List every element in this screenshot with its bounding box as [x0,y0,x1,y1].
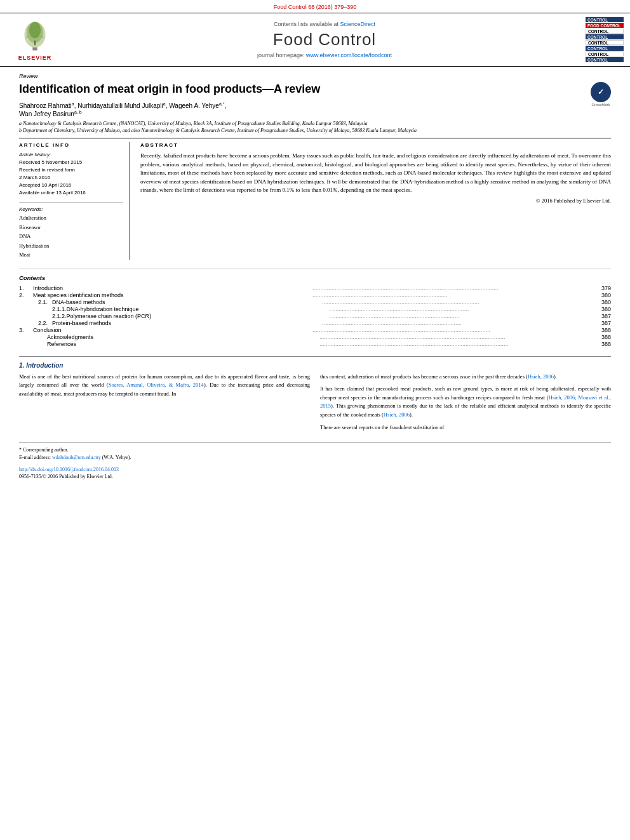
toc-label-3: Conclusion [33,327,311,333]
toc-item-1: 1. Introduction ........................… [19,285,611,291]
crossmark-text: CrossMark [591,103,611,107]
toc-label-212: Polymerase chain reaction (PCR) [67,313,328,319]
toc-item-ref: References .............................… [19,341,611,347]
ref-hsieh3[interactable]: Hsieh, 2006 [384,411,410,418]
toc-num-2: 2. [19,292,33,298]
svg-text:✓: ✓ [598,88,604,97]
toc-item-211: 2.1.1. DNA-hybridization technique .....… [19,306,611,312]
revised-date: 2 March 2016 [19,174,123,182]
toc-dots-22: ........................................… [322,320,590,326]
toc-num-211: 2.1.1. [52,306,67,312]
keyword-dna: DNA [19,232,123,241]
intro-right-para3: There are several reports on the fraudul… [320,423,611,432]
toc-item-21: 2.1. DNA-based methods .................… [19,299,611,305]
toc-dots-ref: ........................................… [319,341,590,347]
copyright-line: © 2016 Published by Elsevier Ltd. [140,197,611,204]
bottom-links: http://dx.doi.org/10.1016/j.foodcont.201… [19,467,611,479]
contents-section: Contents 1. Introduction ...............… [19,269,611,347]
toc-item-ack: Acknowledgments ........................… [19,334,611,340]
stripe-6: CONTROL [586,46,624,51]
toc-dots-21: ........................................… [322,299,590,305]
svg-point-3 [29,22,41,39]
author-wageeh: Wageeh A. Yehye [169,103,219,110]
email-link[interactable]: wdabdouh@um.edu.my [52,455,101,460]
sciencedirect-link[interactable]: ScienceDirect [340,21,376,27]
author-shahrooz: Shahrooz Rahmati [19,103,72,110]
corresponding-note: * Corresponding author. [19,446,611,454]
toc-num-22: 2.2. [38,320,52,326]
ref-soares[interactable]: Soares, Amaral, Oliveira, & Mafra, 2014 [109,382,204,388]
ref-hsieh2[interactable]: Hsieh, 2006; Mousavi et al., 2015 [320,394,611,410]
toc-label-2: Meat species identification methods [33,292,311,298]
toc-item-3: 3. Conclusion ..........................… [19,327,611,333]
keyword-biosensor: Biosensor [19,223,123,232]
toc-dots-211: ........................................… [329,306,590,312]
toc-num-21: 2.1. [38,299,52,305]
issn-text: 0956-7135/© 2016 Published by Elsevier L… [19,474,113,479]
page: Food Control 68 (2016) 379–390 ELSEVIER … [0,0,630,840]
email-note: E-mail address: wdabdouh@um.edu.my (W.A.… [19,454,611,462]
divider-1 [19,138,611,138]
affiliation-b: b Department of Chemistry, University of… [19,127,611,134]
toc-page-22: 387 [592,320,611,326]
elsevier-label: ELSEVIER [18,55,52,61]
article-body: Review ✓ CrossMark Identification of mea… [0,67,630,486]
title-area: ✓ CrossMark Identification of meat origi… [19,82,611,97]
intro-right-para1: this context, adulteration of meat produ… [320,373,611,382]
abstract-heading: ABSTRACT [140,142,611,148]
keywords-label: Keywords: [19,206,123,212]
stripe-3: CONTROL [586,29,624,34]
doi-link[interactable]: http://dx.doi.org/10.1016/j.foodcont.201… [19,467,611,472]
toc-dots-212: ........................................… [329,313,590,319]
toc-page-21: 380 [592,299,611,305]
toc-page-212: 387 [592,313,611,319]
available-date: Available online 13 April 2016 [19,189,123,197]
intro-left-col: Meat is one of the best nutritional sour… [19,373,310,436]
crossmark-area: ✓ CrossMark [591,82,611,107]
history-label: Article history: [19,152,123,157]
stripe-4: CONTROL [586,34,624,39]
article-title: Identification of meat origin in food pr… [19,82,611,97]
toc-label-1: Introduction [33,285,311,291]
toc-label-22: Protein-based methods [52,320,320,326]
toc-page-ack: 388 [592,334,611,340]
journal-title: Food Control [76,30,573,50]
toc-label-211: DNA-hybridization technique [67,306,328,312]
authors-line: Shahrooz Rahmatia, Nurhidayatullaili Muh… [19,102,611,117]
revised-label: Received in revised form [19,166,123,174]
toc-num-3: 3. [19,327,33,333]
toc-page-211: 380 [592,306,611,312]
stripe-1: CONTROL [586,17,624,22]
homepage-link[interactable]: www.elsevier.com/locate/foodcont [306,52,392,58]
info-divider [19,202,123,203]
keyword-meat: Meat [19,250,123,259]
affiliations: a Nanotechnology & Catalysis Research Ce… [19,120,611,134]
affiliation-a: a Nanotechnology & Catalysis Research Ce… [19,120,611,127]
toc-label-ref: References [33,341,318,347]
contents-title: Contents [19,274,611,281]
journal-center: Contents lists available at ScienceDirec… [64,21,586,58]
elsevier-logo: ELSEVIER [6,18,64,61]
abstract-text: Recently, falsified meat products have b… [140,152,611,195]
toc-label-ack: Acknowledgments [33,334,318,340]
intro-left-para1: Meat is one of the best nutritional sour… [19,373,310,399]
article-info-col: ARTICLE INFO Article history: Received 5… [19,142,130,259]
toc-dots-ack: ........................................… [319,334,590,340]
author-wan: Wan Jefrey Basirun [19,110,74,117]
toc-page-3: 388 [592,327,611,333]
toc-dots-2: ........................................… [312,292,590,298]
svg-rect-4 [34,41,36,45]
author-nurhidayatullaili: Nurhidayatullaili Muhd Julkapli [77,103,163,110]
toc-label-21: DNA-based methods [52,299,320,305]
sciencedirect-line: Contents lists available at ScienceDirec… [76,21,573,27]
intro-right-para2: It has been claimed that precooked meat … [320,385,611,419]
received-date: Received 5 November 2015 [19,159,123,166]
toc-page-1: 379 [592,285,611,291]
ref-hsieh1[interactable]: Hsieh, 2006 [528,373,554,380]
toc-page-2: 380 [592,292,611,298]
intro-section: 1. Introduction Meat is one of the best … [19,356,611,436]
stripe-8: CONTROL [586,57,624,62]
toc-item-22: 2.2. Protein-based methods .............… [19,320,611,326]
stripe-5: CONTROL [586,40,624,45]
toc-dots-1: ........................................… [312,285,590,291]
